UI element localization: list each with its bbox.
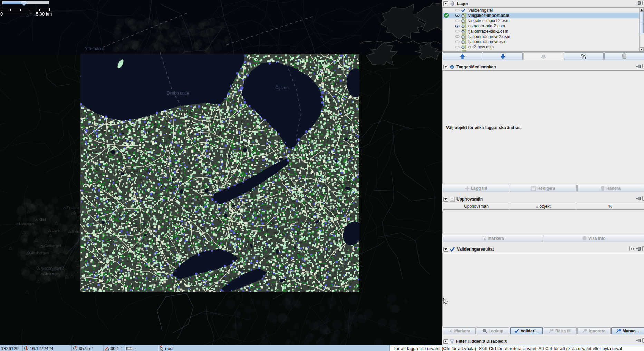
- map-canvas[interactable]: [0, 0, 442, 345]
- distance-field: --: [125, 345, 158, 351]
- ignore-button[interactable]: Ignorera: [577, 327, 611, 334]
- scroll-down-button[interactable]: [640, 47, 644, 51]
- fix-button[interactable]: Rätta till: [544, 327, 577, 334]
- delete-layer-button[interactable]: [604, 52, 644, 60]
- zoom-slider[interactable]: [2, 1, 49, 4]
- validator-select-button[interactable]: Markera: [443, 327, 476, 334]
- angle-field: 30,1 °: [104, 345, 125, 351]
- eye-closed-icon[interactable]: [455, 9, 460, 12]
- pin-icon[interactable]: [636, 1, 641, 5]
- eye-closed-icon[interactable]: [455, 40, 460, 43]
- data-layer-icon: [461, 39, 466, 44]
- pin-icon[interactable]: [636, 196, 641, 200]
- layer-name: osmdata-orig-2.osm: [468, 23, 505, 28]
- scrollbar-thumb[interactable]: [640, 12, 644, 33]
- column-upphovsman[interactable]: Upphovsman: [443, 203, 510, 210]
- eye-closed-icon[interactable]: [455, 30, 460, 33]
- merge-layer-button[interactable]: [523, 52, 563, 60]
- sticky-icon[interactable]: [642, 1, 644, 5]
- layers-collapse-button[interactable]: [443, 1, 448, 6]
- eye-open-icon[interactable]: [455, 14, 460, 17]
- layer-toolbar: [442, 52, 644, 61]
- lookup-button[interactable]: Lookup: [477, 327, 510, 334]
- layer-row-fjallomrade-old-2[interactable]: fjallomrade-old-2.osm: [443, 29, 639, 34]
- validator-results-body: [442, 253, 644, 326]
- move-layer-up-button[interactable]: [443, 52, 482, 60]
- layer-row-valideringsfel[interactable]: Valideringsfel: [443, 8, 639, 13]
- layer-row-fjallomrade-new-2[interactable]: fjallomrade-new-2.osm: [443, 34, 639, 39]
- sticky-icon[interactable]: [642, 64, 644, 68]
- mouse-cursor-icon: [443, 298, 448, 305]
- map-view[interactable]: 0 5.00 km: [0, 0, 442, 345]
- edit-tag-button[interactable]: Redigera: [510, 185, 577, 192]
- pin-icon[interactable]: [636, 247, 641, 251]
- validator-collapse-button[interactable]: [443, 247, 448, 252]
- layer-name: fjallomrade-old-2.osm: [468, 29, 508, 34]
- sticky-icon[interactable]: [642, 246, 644, 251]
- hovered-object-field: nod: [158, 345, 390, 351]
- delete-tag-button[interactable]: Radera: [577, 185, 644, 192]
- manage-button[interactable]: Manag...: [611, 327, 644, 334]
- tags-collapse-button[interactable]: [443, 65, 448, 69]
- validator-panel-title: Valideringsresultat: [457, 247, 494, 252]
- show-info-button[interactable]: Visa info: [544, 235, 644, 242]
- scale-distance-label: 5.00 km: [36, 11, 52, 17]
- select-authors-button[interactable]: Markera: [443, 235, 543, 242]
- layer-name: Valideringsfel: [468, 8, 493, 13]
- sticky-icon[interactable]: [642, 338, 644, 343]
- layer-name: vingaker-import.osm: [468, 13, 509, 18]
- wrench-icon: [582, 329, 587, 333]
- layer-name: cut2-new.osm: [468, 45, 494, 49]
- lookup-icon: [482, 329, 487, 333]
- wrench-icon: [549, 329, 554, 333]
- layer-row-osmdata-orig-2[interactable]: osmdata-orig-2.osm: [443, 23, 639, 29]
- column-objekt[interactable]: # objekt: [510, 203, 577, 210]
- angle-icon: [105, 346, 109, 351]
- status-help-text: för att lägga till i urvalet (Ctrl för a…: [390, 345, 644, 351]
- authors-table-body: [442, 211, 644, 234]
- column-percent[interactable]: %: [577, 203, 644, 210]
- layer-row-vingaker-import-2[interactable]: vingaker-import-2.osm: [443, 18, 639, 23]
- authors-collapse-button[interactable]: [443, 197, 448, 202]
- latitude-field: 1826129: [0, 345, 23, 351]
- layer-list-scrollbar[interactable]: [639, 8, 644, 51]
- layer-opacity-button[interactable]: [564, 52, 604, 60]
- tags-panel-header: Taggar/Medlemskap: [442, 63, 644, 70]
- eye-open-icon[interactable]: [455, 25, 460, 28]
- layer-row-vingaker-import[interactable]: vingaker-import.osm: [443, 13, 639, 18]
- trash-icon: [622, 53, 627, 59]
- authors-panel-title: Upphovsmän: [456, 197, 483, 202]
- data-layer-icon: [461, 13, 466, 18]
- filter-funnel-icon: [450, 339, 454, 344]
- scroll-up-button[interactable]: [640, 8, 644, 12]
- data-layer-icon: [461, 29, 466, 34]
- move-layer-down-button[interactable]: [483, 52, 523, 60]
- add-tag-button[interactable]: Lägg till: [443, 185, 509, 192]
- eye-closed-icon[interactable]: [455, 46, 460, 49]
- filter-panel-header: Filter Hidden:0 Disabled:0: [442, 338, 644, 345]
- validate-button[interactable]: Valideri...: [510, 327, 543, 334]
- layer-name: fjallomrade-new-2.osm: [468, 34, 510, 39]
- tags-empty-message: Välj objekt för vilka taggar ska ändras.: [443, 71, 644, 130]
- validator-options-button[interactable]: [629, 246, 635, 251]
- layer-list[interactable]: Valideringsfel vingaker-import.osm vinga…: [442, 7, 644, 52]
- pin-icon[interactable]: [636, 339, 641, 342]
- pin-icon[interactable]: [636, 64, 641, 68]
- sticky-icon[interactable]: [642, 196, 644, 201]
- arrow-up-icon: [460, 54, 465, 59]
- eye-closed-icon[interactable]: [455, 19, 460, 22]
- tags-panel-body: Välj objekt för vilka taggar ska ändras.: [442, 70, 644, 184]
- authors-button-row: Markera Visa info: [442, 234, 644, 243]
- longitude-icon: [24, 346, 29, 351]
- layers-panel-title: Lager: [457, 1, 468, 6]
- layer-row-cut2-new[interactable]: cut2-new.osm: [443, 45, 639, 50]
- layer-name: vingaker-import-2.osm: [468, 18, 509, 23]
- eye-closed-icon[interactable]: [455, 35, 460, 38]
- authors-icon: [450, 197, 455, 202]
- arrow-down-icon: [501, 54, 505, 59]
- data-layer-icon: [461, 34, 466, 39]
- cursor-arrow-icon: [160, 345, 164, 351]
- filter-expand-button[interactable]: [443, 339, 448, 344]
- plus-icon: [465, 186, 469, 191]
- layer-row-fjallomrade-new[interactable]: fjallomrade-new.osm: [443, 39, 639, 45]
